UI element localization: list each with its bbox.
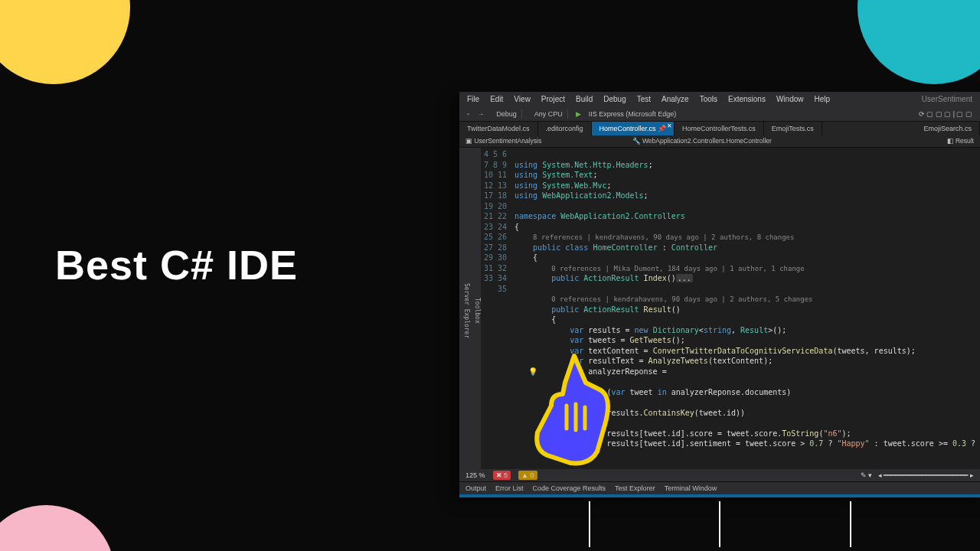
codelens-result[interactable]: 0 references | kendrahavens, 90 days ago… — [551, 295, 812, 303]
panel-output[interactable]: Output — [466, 484, 486, 493]
solution-hint: UserSentiment — [922, 94, 972, 105]
menu-project[interactable]: Project — [541, 94, 565, 105]
codelens-class[interactable]: 8 references | kendrahavens, 90 days ago… — [533, 233, 794, 241]
tab-emojitests[interactable]: EmojiTests.cs — [764, 122, 822, 135]
menu-help[interactable]: Help — [814, 94, 830, 105]
config-cpu[interactable]: Any CPU — [530, 109, 568, 119]
crumb-class[interactable]: 🔧 WebApplication2.Controllers.HomeContro… — [632, 137, 772, 145]
zoom-level[interactable]: 125 % — [466, 471, 485, 480]
editor-area: Server Explorer Toolbox 4 5 6 7 8 9 10 1… — [459, 148, 980, 468]
decor-circle-yellow — [0, 0, 130, 84]
bottom-panels[interactable]: Output Error List Code Coverage Results … — [459, 481, 980, 494]
panel-errorlist[interactable]: Error List — [495, 484, 524, 493]
decor-circle-pink — [0, 505, 115, 551]
close-icon[interactable]: ✕ — [667, 122, 672, 131]
lightbulb-icon[interactable]: 💡 — [528, 367, 537, 376]
menu-extensions[interactable]: Extensions — [728, 94, 766, 105]
progress-bar — [459, 494, 980, 497]
error-count[interactable]: ✖ 5 — [493, 471, 511, 480]
menu-file[interactable]: File — [467, 94, 479, 105]
status-icons[interactable]: ✎ ▾ ◂ ━━━━━━━━━━━━━━━━━━━━━━ ▸ — [861, 471, 974, 480]
side-server-explorer[interactable]: Server Explorer — [459, 148, 470, 468]
menu-tools[interactable]: Tools — [700, 94, 717, 105]
page-title: Best C# IDE — [55, 241, 298, 289]
nav-fwd-icon[interactable]: → — [477, 109, 484, 119]
codelens-index[interactable]: 0 references | Mika Dumont, 184 days ago… — [551, 265, 805, 272]
breadcrumb[interactable]: ▣ UserSentimentAnalysis 🔧 WebApplication… — [459, 135, 980, 148]
line-gutter: 4 5 6 7 8 9 10 11 12 13 17 18 19 20 21 2… — [481, 148, 511, 468]
panel-terminal[interactable]: Terminal Window — [665, 484, 717, 493]
editor-tabs[interactable]: TwitterDataModel.cs .editorconfig HomeCo… — [459, 122, 980, 135]
menu-analyze[interactable]: Analyze — [662, 94, 689, 105]
menu-bar[interactable]: File Edit View Project Build Debug Test … — [459, 92, 980, 107]
tab-homecontroller[interactable]: HomeController.cs 📌✕ — [592, 122, 675, 135]
toolbar[interactable]: ◦ → Debug Any CPU ▶ IIS Express (Microso… — [459, 107, 980, 122]
nav-back-icon[interactable]: ◦ — [467, 109, 469, 119]
tab-twitterdatamodel[interactable]: TwitterDataModel.cs — [459, 122, 538, 135]
tab-homecontrollertests[interactable]: HomeControllerTests.cs — [675, 122, 764, 135]
panel-coverage[interactable]: Code Coverage Results — [533, 484, 606, 493]
play-icon[interactable]: ▶ — [576, 109, 581, 119]
panel-testexplorer[interactable]: Test Explorer — [615, 484, 655, 493]
tab-editorconfig[interactable]: .editorconfig — [538, 122, 592, 135]
crumb-member[interactable]: ◧ Result — [947, 137, 974, 145]
footer-dividers — [459, 501, 980, 547]
status-bar: 125 % ✖ 5 ▲ 0 ✎ ▾ ◂ ━━━━━━━━━━━━━━━━━━━━… — [459, 469, 980, 481]
run-target[interactable]: IIS Express (Microsoft Edge) — [589, 109, 677, 119]
warning-count[interactable]: ▲ 0 — [518, 471, 537, 480]
decor-circle-blue — [858, 0, 980, 84]
crumb-project[interactable]: ▣ UserSentimentAnalysis — [466, 137, 541, 145]
tab-emojisearch[interactable]: EmojiSearch.cs — [916, 122, 980, 135]
ide-window: File Edit View Project Build Debug Test … — [459, 92, 980, 497]
menu-debug[interactable]: Debug — [603, 94, 626, 105]
menu-build[interactable]: Build — [576, 94, 593, 105]
menu-test[interactable]: Test — [637, 94, 651, 105]
side-toolbox[interactable]: Toolbox — [470, 148, 481, 468]
toolbar-extra-icons[interactable]: ⟳ ▢ ▢ ▢ | ▢ ▢ — [919, 109, 972, 119]
config-debug[interactable]: Debug — [492, 109, 522, 119]
menu-edit[interactable]: Edit — [490, 94, 503, 105]
menu-window[interactable]: Window — [776, 94, 804, 105]
code-editor[interactable]: using System.Net.Http.Headers; using Sys… — [511, 148, 980, 468]
pin-icon[interactable]: 📌 — [658, 125, 666, 132]
menu-view[interactable]: View — [514, 94, 531, 105]
